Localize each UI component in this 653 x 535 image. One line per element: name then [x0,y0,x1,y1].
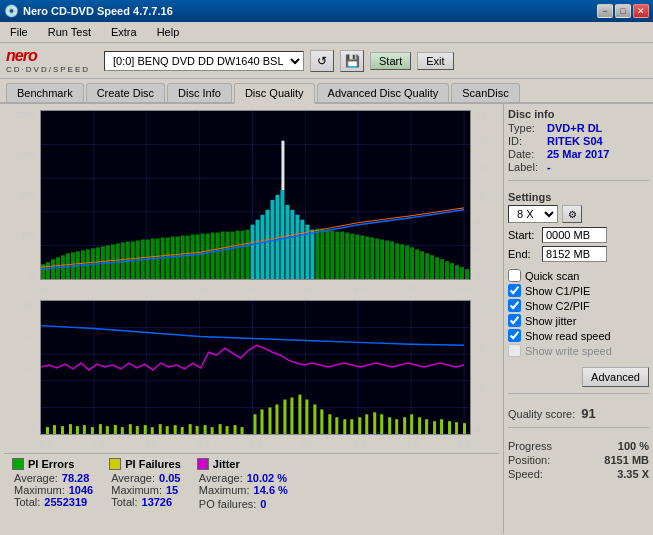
menu-run-test[interactable]: Run Test [42,24,97,40]
po-failures-value: 0 [260,498,266,510]
show-write-speed-label: Show write speed [525,345,612,357]
tab-disc-quality[interactable]: Disc Quality [234,83,315,104]
legend-area: PI Errors Average:78.28 Maximum:1046 Tot… [4,453,499,514]
svg-rect-120 [99,424,102,434]
svg-rect-38 [166,237,170,279]
quick-scan-checkbox[interactable] [508,269,521,282]
divider-2 [508,393,649,394]
svg-rect-127 [151,427,154,434]
svg-rect-122 [114,425,117,434]
svg-rect-81 [375,238,379,279]
svg-rect-123 [121,427,124,434]
menu-help[interactable]: Help [151,24,186,40]
show-jitter-checkbox[interactable] [508,314,521,327]
reload-icon[interactable]: ↺ [310,50,334,72]
svg-rect-48 [216,233,220,279]
legend-pi-failures: PI Failures Average:0.05 Maximum:15 Tota… [109,458,181,510]
svg-rect-70 [320,229,324,279]
toolbar: nero CD·DVD/SPEED [0:0] BENQ DVD DD DW16… [0,43,653,79]
end-label: End: [508,248,538,260]
content-area: 2000 1600 800 400 0 24 20 16 12 8 4 0 [0,104,653,534]
svg-rect-96 [450,263,454,279]
pi-errors-label: PI Errors [28,458,74,470]
top-chart [40,110,471,280]
pi-failures-label: PI Failures [125,458,181,470]
settings-icon-btn[interactable]: ⚙ [562,205,582,223]
minimize-button[interactable]: − [597,4,613,18]
show-read-speed-checkbox[interactable] [508,329,521,342]
show-read-speed-label: Show read speed [525,330,611,342]
svg-rect-85 [395,243,399,279]
svg-rect-73 [335,232,339,279]
disc-id-label: ID: [508,135,543,147]
right-panel: Disc info Type: DVD+R DL ID: RITEK S04 D… [503,104,653,534]
show-c2pif-checkbox[interactable] [508,299,521,312]
progress-row: Progress 100 % [508,440,649,452]
advanced-button[interactable]: Advanced [582,367,649,387]
svg-rect-78 [360,236,364,279]
show-write-speed-checkbox[interactable] [508,344,521,357]
svg-rect-140 [254,414,257,434]
position-label: Position: [508,454,550,466]
start-row: Start: [508,227,649,243]
show-write-speed-row: Show write speed [508,344,649,357]
title-bar-text: Nero CD-DVD Speed 4.7.7.16 [23,5,173,17]
svg-rect-165 [440,419,443,434]
svg-rect-86 [400,244,404,279]
main-content: nero CD·DVD/SPEED [0:0] BENQ DVD DD DW16… [0,43,653,534]
quick-scan-row: Quick scan [508,269,649,282]
tab-create-disc[interactable]: Create Disc [86,83,165,102]
show-c1pie-checkbox[interactable] [508,284,521,297]
svg-rect-146 [298,395,301,434]
tab-advanced-disc-quality[interactable]: Advanced Disc Quality [317,83,450,102]
disc-label-value: - [547,161,551,173]
svg-rect-138 [234,425,237,434]
exit-button[interactable]: Exit [417,52,453,70]
svg-rect-143 [275,404,278,434]
maximize-button[interactable]: □ [615,4,631,18]
svg-rect-92 [430,255,434,279]
progress-value: 100 % [618,440,649,452]
pi-errors-stats: Average:78.28 Maximum:1046 Total:2552319 [12,472,93,508]
svg-rect-56 [256,220,260,279]
start-input[interactable] [542,227,607,243]
svg-rect-45 [201,234,205,279]
svg-rect-144 [283,400,286,434]
svg-rect-59 [270,200,274,279]
tab-disc-info[interactable]: Disc Info [167,83,232,102]
tab-benchmark[interactable]: Benchmark [6,83,84,102]
svg-rect-79 [365,237,369,279]
svg-rect-44 [196,235,200,279]
svg-rect-57 [260,215,264,279]
svg-rect-113 [46,427,49,434]
end-input[interactable] [542,246,607,262]
jitter-stats: Average:10.02 % Maximum:14.6 % PO failur… [197,472,288,510]
svg-rect-42 [186,236,190,279]
save-icon[interactable]: 💾 [340,50,364,72]
legend-jitter: Jitter Average:10.02 % Maximum:14.6 % PO… [197,458,288,510]
svg-rect-163 [425,419,428,434]
jitter-label: Jitter [213,458,240,470]
close-button[interactable]: ✕ [633,4,649,18]
svg-rect-47 [211,233,215,279]
svg-rect-124 [129,424,132,434]
quality-label: Quality score: [508,408,575,420]
top-chart-wrapper: 2000 1600 800 400 0 24 20 16 12 8 4 0 [4,108,499,296]
position-value: 8151 MB [604,454,649,466]
tab-scan-disc[interactable]: ScanDisc [451,83,519,102]
svg-rect-61 [280,190,284,279]
svg-rect-133 [196,426,199,434]
logo-text: nero [6,47,90,65]
quality-value: 91 [581,406,595,421]
drive-selector[interactable]: [0:0] BENQ DVD DD DW1640 BSLB [104,51,304,71]
menu-file[interactable]: File [4,24,34,40]
divider-3 [508,427,649,428]
menu-extra[interactable]: Extra [105,24,143,40]
disc-label-label: Label: [508,161,543,173]
start-button[interactable]: Start [370,52,411,70]
svg-rect-46 [206,234,210,279]
disc-label-row: Label: - [508,161,649,173]
speed-selector[interactable]: 8 X [508,205,558,223]
checkboxes-section: Quick scan Show C1/PIE Show C2/PIF Show … [508,269,649,359]
svg-rect-117 [76,426,79,434]
